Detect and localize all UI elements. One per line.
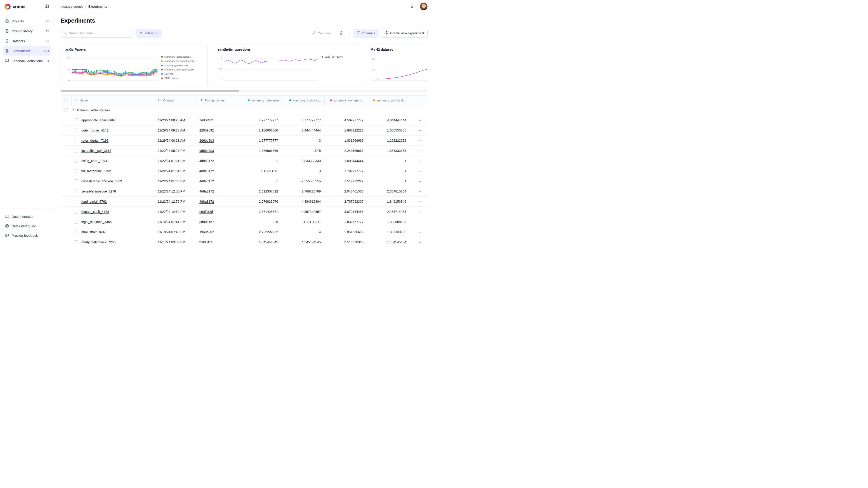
sidebar-collapse-button[interactable] [44, 3, 50, 10]
sidebar-item-datasets[interactable]: Datasets 21 [3, 36, 51, 46]
header-name[interactable]: Name [71, 96, 155, 105]
row-actions-button[interactable]: ⋯ [418, 199, 424, 204]
prompt-commit-link[interactable]: 3dd5f482 [199, 119, 213, 122]
experiment-name-link[interactable]: appropriate_snail_6664 [81, 119, 116, 122]
sidebar-item-prompt-library[interactable]: Prompt library 19 [3, 26, 51, 36]
experiment-name-link[interactable]: outer_router_4243 [81, 129, 108, 132]
experiment-name-link[interactable]: dual_strait_1687 [81, 230, 105, 234]
prompt-commit-link[interactable]: 4d8a3172 [199, 159, 214, 163]
experiment-name-link[interactable]: considerable_chicken_3889 [81, 180, 122, 183]
experiment-name-link[interactable]: sensible_mosque_2278 [81, 190, 116, 193]
select-all-checkbox[interactable] [64, 98, 68, 102]
row-checkbox[interactable] [74, 180, 78, 183]
row-checkbox[interactable] [74, 210, 78, 214]
table-row[interactable]: royal_durian_7196 11/29/24 08:21 AM 9d6b… [61, 135, 428, 146]
table-row[interactable]: sensible_mosque_2278 11/22/24 12:58 PM 4… [61, 186, 428, 197]
row-actions-button[interactable]: ⋯ [418, 229, 424, 235]
table-row[interactable]: legal_satsuma_1455 11/18/24 07:41 PM 8da… [61, 217, 428, 227]
table-row[interactable]: considerable_chicken_3889 11/22/24 01:03… [61, 176, 428, 186]
experiment-name-link[interactable]: incredible_soil_3515 [81, 149, 111, 153]
horizontal-scrollbar[interactable] [61, 90, 428, 92]
row-actions-button[interactable]: ⋯ [418, 219, 424, 225]
row-actions-button[interactable]: ⋯ [418, 168, 424, 174]
chart-card-synthetic-questions[interactable]: synthetic_questions 00.51 valid_sql_quer… [213, 43, 360, 88]
row-actions-button[interactable]: ⋯ [418, 118, 424, 123]
chevron-up-icon[interactable] [72, 108, 75, 112]
header-created[interactable]: Created [155, 96, 197, 105]
prompt-commit-link[interactable]: 9d6bd9d3 [199, 139, 214, 142]
delete-button[interactable] [337, 29, 346, 38]
row-actions-button[interactable]: ⋯ [418, 239, 424, 244]
row-actions-button[interactable]: ⋯ [418, 148, 424, 154]
experiment-name-link[interactable]: rising_coral_1974 [81, 159, 107, 163]
experiment-name-link[interactable]: legal_satsuma_1455 [81, 220, 112, 224]
footer-item-provide-feedback[interactable]: Provide feedback [3, 231, 51, 240]
search-input[interactable] [61, 29, 132, 38]
row-checkbox[interactable] [74, 119, 78, 122]
row-checkbox[interactable] [74, 200, 78, 203]
footer-item-quickstart-guide[interactable]: Quickstart guide [3, 221, 51, 230]
prompt-commit-link[interactable]: 4d8a3172 [199, 200, 214, 203]
row-checkbox[interactable] [74, 159, 78, 163]
experiment-name-link[interactable]: fond_gerbil_5762 [81, 200, 107, 203]
row-actions-button[interactable]: ⋯ [418, 158, 424, 164]
dataset-link[interactable]: arXiv Papers [91, 108, 110, 112]
dataset-group-row[interactable]: Dataset: arXiv Papers [61, 105, 428, 115]
table-row[interactable]: ready_hatchback_7268 11/17/24 03:53 PM f… [61, 237, 428, 244]
row-actions-button[interactable]: ⋯ [418, 138, 424, 143]
prompt-commit-link[interactable]: 8da0e157 [199, 220, 214, 224]
prompt-commit-link[interactable]: f2d98111 [199, 240, 213, 244]
row-checkbox[interactable] [74, 139, 78, 142]
prompt-commit-link[interactable]: 4d8a3172 [199, 180, 214, 183]
row-actions-button[interactable]: ⋯ [418, 178, 424, 184]
row-actions-button[interactable]: ⋯ [418, 128, 424, 133]
sidebar-item-projects[interactable]: Projects 22 [3, 16, 51, 26]
apps-menu-button[interactable] [410, 3, 416, 10]
columns-button[interactable]: Columns [353, 29, 379, 38]
experiment-name-link[interactable]: mutual_cash_4778 [81, 210, 109, 214]
table-row[interactable]: appropriate_snail_6664 11/29/24 08:25 AM… [61, 115, 428, 125]
table-row[interactable]: fond_gerbil_5762 11/22/24 12:55 PM 4d8a3… [61, 197, 428, 207]
row-checkbox[interactable] [74, 149, 78, 153]
create-new-experiment-button[interactable]: Create new experiment [381, 29, 428, 38]
prompt-commit-link[interactable]: 19a8d202 [199, 230, 214, 234]
footer-item-documentation[interactable]: Documentation [3, 212, 51, 221]
group-checkbox[interactable] [64, 108, 68, 112]
row-actions-button[interactable]: ⋯ [418, 209, 424, 215]
sidebar-item-experiments[interactable]: Experiments 284 [3, 46, 51, 56]
breadcrumb-workspace[interactable]: jacques-comet [61, 4, 83, 8]
chart-card-my-42-dataset[interactable]: My 42 dataset 00.30.6 [366, 43, 428, 88]
header-summary-relevance[interactable]: summary_relevance [240, 96, 282, 105]
chart-card-arxiv-papers[interactable]: arXiv Papers 0612 summary_conciseness su… [61, 43, 208, 88]
header-summary-technical[interactable]: summary_technical_... [367, 96, 410, 105]
prompt-commit-link[interactable]: 4d8a3172 [199, 169, 214, 173]
row-checkbox[interactable] [74, 240, 78, 244]
header-summary-average-score[interactable]: summary_average_s... [324, 96, 367, 105]
scrollbar-thumb[interactable] [61, 90, 239, 92]
experiment-name-link[interactable]: ready_hatchback_7268 [81, 240, 116, 244]
compare-button[interactable]: Compare [309, 29, 335, 38]
experiment-name-link[interactable]: royal_durian_7196 [81, 139, 108, 142]
table-row[interactable]: outer_router_4243 11/29/24 08:23 AM 2265… [61, 125, 428, 135]
header-summary-conciseness[interactable]: summary_concisen... [282, 96, 324, 105]
header-prompt-commit[interactable]: Prompt commit [197, 96, 240, 105]
prompt-commit-link[interactable]: e6afc52d [199, 210, 213, 214]
table-row[interactable]: incredible_soil_3515 11/22/24 05:27 PM 9… [61, 146, 428, 156]
row-checkbox[interactable] [74, 220, 78, 224]
filters-button[interactable]: Filters (0) [135, 29, 162, 38]
row-actions-button[interactable]: ⋯ [418, 189, 424, 194]
prompt-commit-link[interactable]: 9d6bd9d3 [199, 149, 214, 153]
prompt-commit-link[interactable]: 4d8a3172 [199, 190, 214, 193]
user-avatar[interactable] [420, 2, 428, 10]
table-row[interactable]: mutual_cash_4778 11/22/24 12:54 PM e6afc… [61, 207, 428, 217]
row-checkbox[interactable] [74, 230, 78, 234]
table-row[interactable]: far_margarine_5792 11/22/24 01:04 PM 4d8… [61, 166, 428, 176]
row-checkbox[interactable] [74, 129, 78, 132]
sidebar-item-feedback-definitions[interactable]: Feedback definitions 4 [3, 56, 51, 66]
table-row[interactable]: rising_coral_1974 11/22/24 01:21 PM 4d8a… [61, 156, 428, 166]
table-row[interactable]: dual_strait_1687 11/18/24 07:40 PM 19a8d… [61, 227, 428, 237]
prompt-commit-link[interactable]: 22659c32 [199, 129, 214, 132]
experiment-name-link[interactable]: far_margarine_5792 [81, 169, 111, 173]
row-checkbox[interactable] [74, 190, 78, 193]
row-checkbox[interactable] [74, 169, 78, 173]
